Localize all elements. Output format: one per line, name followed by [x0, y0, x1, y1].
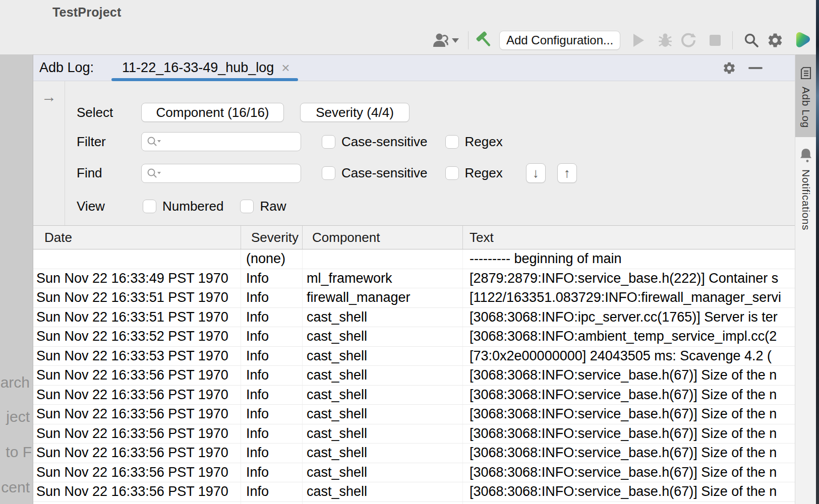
cell-component	[303, 249, 463, 269]
find-input[interactable]	[164, 166, 290, 181]
filter-toolbar: → Select Component (16/16) Severity (4/4…	[33, 81, 795, 225]
cell-text: [3068:3068:INFO:service_base.h(67)] Size…	[463, 366, 795, 385]
table-row[interactable]: Sun Nov 22 16:33:56 PST 1970Infocast_she…	[33, 482, 795, 502]
chevron-down-icon	[452, 38, 459, 43]
sidebar-tab-adb-log-label: Adb Log	[800, 87, 812, 128]
numbered-checkbox[interactable]	[143, 200, 156, 213]
adb-log-tab-bar: Adb Log: 11-22_16-33-49_hub_log ×	[33, 55, 795, 81]
filter-case-sensitive-checkbox[interactable]	[322, 135, 335, 149]
cell-date: Sun Nov 22 16:33:53 PST 1970	[33, 347, 241, 366]
collapse-arrow-icon[interactable]: →	[41, 88, 65, 105]
table-row[interactable]: Sun Nov 22 16:33:56 PST 1970Infocast_she…	[33, 502, 795, 504]
cell-date: Sun Nov 22 16:33:56 PST 1970	[33, 424, 241, 444]
find-previous-button[interactable]: ↑	[557, 163, 577, 183]
search-everywhere-button[interactable]	[743, 28, 759, 53]
gear-icon	[767, 32, 784, 49]
component-filter-button[interactable]: Component (16/16)	[141, 103, 284, 122]
cell-text: [3068:3068:INFO:service_base.h(67)] Size…	[463, 482, 795, 501]
user-profile-button[interactable]	[432, 28, 459, 53]
table-row[interactable]: Sun Nov 22 16:33:53 PST 1970Infocast_she…	[33, 347, 795, 366]
raw-checkbox[interactable]	[240, 200, 254, 213]
table-row[interactable]: (none)--------- beginning of main	[33, 249, 795, 269]
filter-controls: Select Component (16/16) Severity (4/4) …	[65, 81, 795, 225]
column-header-severity[interactable]: Severity	[241, 226, 303, 249]
filter-label: Filter	[77, 134, 141, 150]
table-row[interactable]: Sun Nov 22 16:33:52 PST 1970Infocast_she…	[33, 327, 795, 347]
table-row[interactable]: Sun Nov 22 16:33:56 PST 1970Infocast_she…	[33, 463, 795, 483]
severity-filter-button[interactable]: Severity (4/4)	[300, 103, 410, 122]
sidebar-tab-adb-log[interactable]: Adb Log	[795, 54, 816, 137]
assistant-sphere-button[interactable]	[792, 28, 812, 53]
cell-text: [3068:3068:INFO:ipc_server.cc(1765)] Ser…	[463, 308, 795, 327]
cell-severity: Info	[241, 386, 303, 405]
cell-component: cast_shell	[303, 482, 463, 501]
cell-component: cast_shell	[303, 502, 463, 504]
gear-icon	[722, 61, 736, 75]
log-table-header: Date Severity Component Text	[33, 225, 795, 249]
table-row[interactable]: Sun Nov 22 16:33:51 PST 1970Infocast_she…	[33, 308, 795, 328]
cell-component: cast_shell	[303, 347, 463, 366]
ide-settings-button[interactable]	[767, 28, 784, 53]
adb-log-panel: Adb Log: 11-22_16-33-49_hub_log × → Sele…	[33, 54, 795, 504]
minimize-panel-button[interactable]	[748, 67, 763, 69]
cell-severity: Info	[241, 444, 303, 463]
background-editor-strip: arch ject to F cent vigat	[0, 54, 33, 504]
cell-severity: Info	[241, 269, 303, 288]
background-text-fragment: arch	[1, 374, 30, 391]
cell-date: Sun Nov 22 16:33:56 PST 1970	[33, 463, 241, 482]
panel-settings-button[interactable]	[722, 61, 736, 75]
log-file-tab[interactable]: 11-22_16-33-49_hub_log ×	[111, 55, 298, 81]
find-label: Find	[77, 165, 141, 181]
table-row[interactable]: Sun Nov 22 16:33:56 PST 1970Infocast_she…	[33, 405, 795, 424]
filter-input-box[interactable]	[141, 132, 301, 151]
cell-text: --------- beginning of main	[463, 249, 795, 269]
table-row[interactable]: Sun Nov 22 16:33:49 PST 1970Infoml_frame…	[33, 269, 795, 289]
cell-date: Sun Nov 22 16:33:56 PST 1970	[33, 444, 241, 463]
cell-severity: Info	[241, 366, 303, 385]
bell-icon	[798, 147, 813, 163]
profiler-button-disabled	[680, 28, 696, 53]
log-table-body: (none)--------- beginning of mainSun Nov…	[33, 249, 795, 504]
find-next-button[interactable]: ↓	[526, 163, 546, 183]
cell-severity: Info	[241, 405, 303, 424]
add-configuration-button[interactable]: Add Configuration...	[499, 31, 620, 50]
cell-text: [3068:3068:INFO:service_base.h(67)] Size…	[463, 463, 795, 482]
debug-button-disabled	[657, 28, 673, 53]
ide-top-bar: TestProject Add Configuration...	[0, 0, 819, 54]
background-text-fragment: to F	[6, 444, 32, 461]
column-header-date[interactable]: Date	[33, 226, 241, 249]
stop-icon	[710, 35, 721, 46]
stop-button-disabled	[710, 28, 721, 53]
column-header-text[interactable]: Text	[463, 226, 795, 249]
cell-component: ml_framework	[303, 269, 463, 288]
numbered-label: Numbered	[162, 199, 223, 214]
find-regex-checkbox[interactable]	[445, 166, 459, 180]
build-button[interactable]	[475, 28, 494, 53]
search-with-history-icon	[147, 168, 162, 179]
cell-text: [3068:3068:INFO:service_base.h(67)] Size…	[463, 444, 795, 463]
filter-regex-label: Regex	[465, 134, 503, 150]
background-text-fragment: ject	[6, 408, 30, 425]
filter-regex-checkbox[interactable]	[445, 135, 459, 149]
log-table: Date Severity Component Text (none)-----…	[33, 225, 795, 504]
background-text-fragment: cent	[1, 479, 30, 496]
table-row[interactable]: Sun Nov 22 16:33:56 PST 1970Infocast_she…	[33, 366, 795, 386]
log-file-tab-label: 11-22_16-33-49_hub_log	[122, 60, 274, 76]
cell-text: [1122/163351.083729:INFO:firewall_manage…	[463, 288, 795, 307]
log-document-icon	[798, 66, 813, 81]
filter-input[interactable]	[164, 134, 290, 149]
table-row[interactable]: Sun Nov 22 16:33:51 PST 1970Infofirewall…	[33, 288, 795, 308]
find-case-sensitive-checkbox[interactable]	[322, 166, 335, 180]
search-icon	[743, 32, 759, 48]
toolbar-divider	[732, 31, 733, 49]
table-row[interactable]: Sun Nov 22 16:33:56 PST 1970Infocast_she…	[33, 424, 795, 444]
column-header-component[interactable]: Component	[303, 226, 463, 249]
close-icon[interactable]: ×	[281, 61, 289, 75]
find-input-box[interactable]	[141, 164, 301, 183]
cell-date: Sun Nov 22 16:33:51 PST 1970	[33, 288, 241, 307]
table-row[interactable]: Sun Nov 22 16:33:56 PST 1970Infocast_she…	[33, 386, 795, 405]
sidebar-tab-notifications[interactable]: Notifications	[795, 147, 816, 230]
cell-component: cast_shell	[303, 424, 463, 444]
hammer-icon	[475, 31, 494, 50]
table-row[interactable]: Sun Nov 22 16:33:56 PST 1970Infocast_she…	[33, 444, 795, 463]
